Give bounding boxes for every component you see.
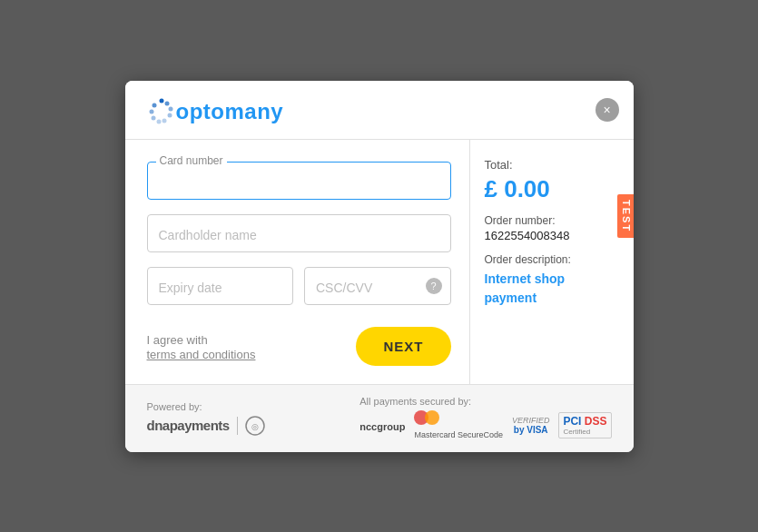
- csc-wrapper: ?: [304, 267, 451, 305]
- test-badge: TEST: [617, 194, 634, 238]
- svg-point-3: [167, 113, 172, 117]
- cardholder-name-input[interactable]: [147, 214, 451, 252]
- visa-verified-logo: VERIFIED by VISA: [512, 416, 550, 435]
- svg-point-7: [149, 109, 153, 113]
- svg-text:◎: ◎: [251, 422, 259, 431]
- svg-point-4: [162, 118, 166, 123]
- csc-help-icon[interactable]: ?: [426, 278, 442, 294]
- form-section: Card number ?: [125, 140, 470, 384]
- order-number-label: Order number:: [485, 214, 619, 227]
- secured-by-section: All payments secured by: nccgroup Master…: [359, 396, 611, 441]
- expiry-csc-row: ?: [147, 267, 451, 320]
- divider: [237, 417, 238, 435]
- svg-point-6: [151, 115, 155, 120]
- order-desc-label: Order description:: [485, 253, 619, 266]
- svg-point-0: [159, 98, 163, 103]
- desc-line1: Internet shop: [485, 271, 566, 286]
- dna-text: dnapayments: [147, 418, 230, 433]
- order-description: Internet shop payment: [485, 270, 619, 308]
- pci-dss-logo: PCI DSS Certified: [558, 412, 611, 438]
- expiry-date-input[interactable]: [147, 267, 294, 305]
- modal-header: optomany ×: [125, 81, 634, 140]
- next-button[interactable]: NEXT: [356, 327, 450, 366]
- total-amount: £ 0.00: [485, 175, 619, 203]
- agree-text: I agree with: [147, 333, 208, 347]
- agree-text-group: I agree with terms and conditions: [147, 331, 256, 361]
- dna-logos: dnapayments ◎: [147, 416, 265, 436]
- svg-point-8: [152, 103, 156, 107]
- mastercard-logo: Mastercard SecureCode: [414, 410, 503, 441]
- card-number-input[interactable]: [147, 162, 451, 200]
- close-button[interactable]: ×: [596, 98, 619, 122]
- agree-row: I agree with terms and conditions NEXT: [147, 327, 451, 366]
- dna-symbol-icon: ◎: [245, 416, 265, 436]
- logo-icon: [147, 97, 176, 126]
- total-label: Total:: [485, 158, 619, 172]
- terms-link[interactable]: terms and conditions: [147, 348, 256, 361]
- modal-footer: Powered by: dnapayments ◎ All payments s…: [125, 384, 634, 452]
- payment-modal: optomany × Card number: [125, 81, 634, 452]
- svg-point-2: [168, 106, 172, 111]
- svg-point-5: [156, 119, 161, 123]
- pci-certified-text: Certified: [563, 428, 606, 436]
- powered-by-section: Powered by: dnapayments ◎: [147, 401, 265, 436]
- desc-line2: payment: [485, 291, 537, 305]
- info-section: Total: £ 0.00 Order number: 162255400834…: [470, 140, 634, 384]
- ncc-group-logo: nccgroup: [359, 418, 405, 434]
- modal-body: Card number ?: [125, 140, 634, 384]
- secured-label: All payments secured by:: [359, 396, 471, 407]
- order-number-value: 1622554008348: [485, 229, 619, 242]
- card-number-label: Card number: [156, 154, 227, 167]
- svg-point-1: [164, 101, 169, 105]
- mastercard-text: Mastercard SecureCode: [414, 430, 503, 439]
- expiry-date-field: [147, 267, 294, 305]
- csc-cvv-field: ?: [304, 267, 451, 305]
- powered-label: Powered by:: [147, 401, 202, 412]
- security-logos: nccgroup Mastercard SecureCode VERIFIED …: [359, 410, 611, 441]
- cardholder-name-field: [147, 214, 451, 252]
- logo-text: optomany: [176, 99, 284, 124]
- card-number-field: Card number: [147, 162, 451, 200]
